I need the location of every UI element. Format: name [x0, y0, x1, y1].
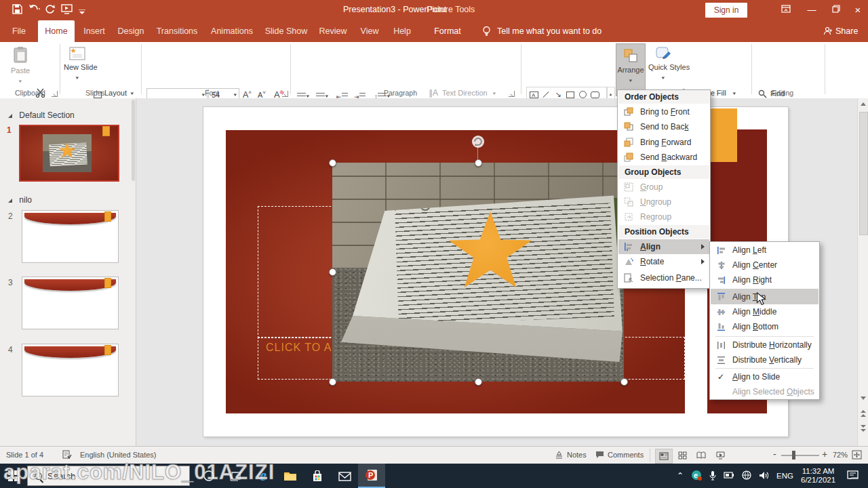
scroll-up-icon[interactable]	[861, 102, 866, 106]
slide-thumbnail-1[interactable]	[19, 125, 119, 182]
section-collapse-icon[interactable]	[8, 199, 12, 203]
zoom-slider-track[interactable]	[781, 455, 819, 456]
tray-network-icon[interactable]	[742, 470, 751, 481]
section-header-nilo[interactable]: nilo	[8, 195, 32, 205]
menu-item-distribute-horizontally[interactable]: Distribute Horizontally	[711, 338, 818, 352]
selection-handle-middle-left[interactable]	[329, 268, 336, 276]
menu-item-align-to-slide[interactable]: ✓ Align to Slide	[711, 369, 818, 384]
tray-expand-icon[interactable]: ⌃	[677, 471, 684, 481]
tab-transitions[interactable]: Transitions	[152, 20, 202, 42]
quick-styles-button[interactable]: Quick Styles ▼	[648, 43, 678, 95]
tab-review[interactable]: Review	[315, 20, 351, 42]
comments-button[interactable]: Comments	[608, 451, 644, 459]
canvas-scrollbar[interactable]	[857, 98, 868, 446]
menu-item-distribute-vertically[interactable]: Distribute Vertically	[711, 352, 818, 367]
zoom-slider-thumb[interactable]	[792, 451, 795, 460]
paragraph-dialog-launcher[interactable]	[509, 91, 515, 97]
previous-slide-icon[interactable]	[861, 410, 866, 413]
next-slide-icon[interactable]	[861, 425, 866, 428]
start-from-beginning-icon[interactable]	[61, 4, 73, 17]
menu-item-send-backward[interactable]: Send Backward	[618, 150, 709, 165]
menu-item-align-bottom[interactable]: Align Bottom	[711, 319, 818, 334]
tab-file[interactable]: File	[5, 20, 33, 42]
clipboard-dialog-launcher[interactable]	[52, 91, 58, 97]
slide-thumbnail-2[interactable]	[22, 210, 119, 263]
fit-slide-to-window-icon[interactable]	[852, 450, 862, 461]
selection-handle-top-left[interactable]	[329, 159, 336, 167]
close-button[interactable]: ×	[846, 0, 868, 20]
selection-handle-bottom-left[interactable]	[329, 378, 336, 386]
ribbon-display-options-icon[interactable]	[774, 0, 797, 20]
font-dialog-launcher[interactable]	[282, 91, 288, 97]
tab-home[interactable]: Home	[38, 20, 75, 42]
tray-edge-icon[interactable]: e	[691, 470, 702, 482]
tray-battery-icon[interactable]	[724, 472, 734, 480]
language-indicator[interactable]: English (United States)	[80, 451, 157, 459]
microsoft-store-icon[interactable]	[304, 464, 331, 488]
selection-handle-bottom-center[interactable]	[475, 378, 482, 386]
zoom-out-button[interactable]: -	[773, 449, 776, 460]
scrollbar-thumb[interactable]	[859, 112, 868, 235]
reading-view-button[interactable]	[693, 449, 709, 462]
menu-item-align-center[interactable]: Align Center	[711, 258, 818, 272]
slide-orange-rectangle[interactable]	[708, 108, 737, 162]
tab-view[interactable]: View	[355, 20, 384, 42]
restore-button[interactable]	[825, 0, 848, 20]
menu-item-bring-forward[interactable]: Bring Forward	[618, 135, 709, 150]
slide-show-button[interactable]	[712, 449, 728, 462]
menu-item-align-right[interactable]: Align Right	[711, 272, 818, 287]
minimize-button[interactable]: —	[800, 0, 823, 20]
tray-language[interactable]: ENG	[776, 472, 793, 480]
zoom-in-button[interactable]: +	[822, 449, 827, 460]
powerpoint-taskbar-icon[interactable]: P	[358, 464, 385, 488]
zoom-level[interactable]: 72%	[833, 451, 848, 459]
menu-item-rotate[interactable]: Rotate	[618, 254, 709, 269]
notes-button[interactable]: Notes	[567, 451, 587, 459]
spell-check-icon[interactable]	[62, 450, 72, 461]
selection-handle-bottom-right[interactable]	[620, 378, 628, 386]
menu-item-regroup[interactable]: Regroup	[618, 209, 709, 224]
section-header-default[interactable]: Default Section	[8, 110, 75, 120]
tab-animations[interactable]: Animations	[206, 20, 258, 42]
save-icon[interactable]	[12, 4, 22, 17]
arrange-button[interactable]: Arrange ▼	[616, 43, 646, 96]
menu-item-align[interactable]: Align	[618, 239, 709, 254]
tab-design[interactable]: Design	[114, 20, 148, 42]
section-collapse-icon[interactable]	[8, 114, 12, 118]
text-direction-icon[interactable]: ∥A	[429, 88, 438, 98]
customize-qat-icon[interactable]	[79, 6, 85, 18]
tray-microphone-icon[interactable]	[709, 470, 716, 482]
menu-item-bring-to-front[interactable]: Bring to Front	[618, 104, 709, 119]
tab-help[interactable]: Help	[388, 20, 416, 42]
decrease-font-size-button[interactable]: A˅	[258, 89, 266, 99]
tab-insert[interactable]: Insert	[79, 20, 110, 42]
menu-item-align-selected-objects[interactable]: Align Selected Objects	[711, 384, 818, 399]
mail-icon[interactable]	[331, 464, 358, 488]
slide-indicator[interactable]: Slide 1 of 4	[6, 451, 43, 459]
tray-clock[interactable]: 11:32 AM 6/21/2021	[801, 467, 835, 485]
normal-view-button[interactable]	[655, 449, 673, 464]
text-direction-button[interactable]: Text Direction	[442, 89, 488, 97]
slide-sorter-view-button[interactable]	[674, 449, 690, 462]
paste-button[interactable]: Paste ▼	[5, 43, 35, 95]
file-explorer-icon[interactable]	[277, 464, 304, 488]
menu-item-ungroup[interactable]: Ungroup	[618, 195, 709, 209]
selection-handle-top-center[interactable]	[475, 159, 482, 167]
redo-icon[interactable]	[45, 4, 55, 17]
thumbnail-scrollbar[interactable]	[132, 100, 135, 181]
tab-slide-show[interactable]: Slide Show	[262, 20, 311, 42]
slide-thumbnail-3[interactable]	[22, 277, 119, 329]
tell-me-box[interactable]: Tell me what you want to do	[497, 26, 601, 36]
new-slide-button[interactable]: New Slide ▼	[64, 43, 91, 95]
menu-item-align-left[interactable]: Align Left	[711, 243, 818, 258]
share-button[interactable]: Share	[835, 26, 858, 36]
tray-volume-icon[interactable]	[759, 471, 769, 481]
scroll-down-icon[interactable]	[861, 396, 866, 400]
tab-format[interactable]: Format	[427, 20, 468, 42]
sign-in-button[interactable]: Sign in	[705, 3, 747, 18]
slide-thumbnail-4[interactable]	[22, 344, 119, 396]
rotation-handle[interactable]	[471, 135, 485, 151]
menu-item-send-to-back[interactable]: Send to Back	[618, 119, 709, 134]
menu-item-group[interactable]: Group	[618, 180, 709, 195]
layout-button[interactable]: Layout	[104, 89, 127, 97]
